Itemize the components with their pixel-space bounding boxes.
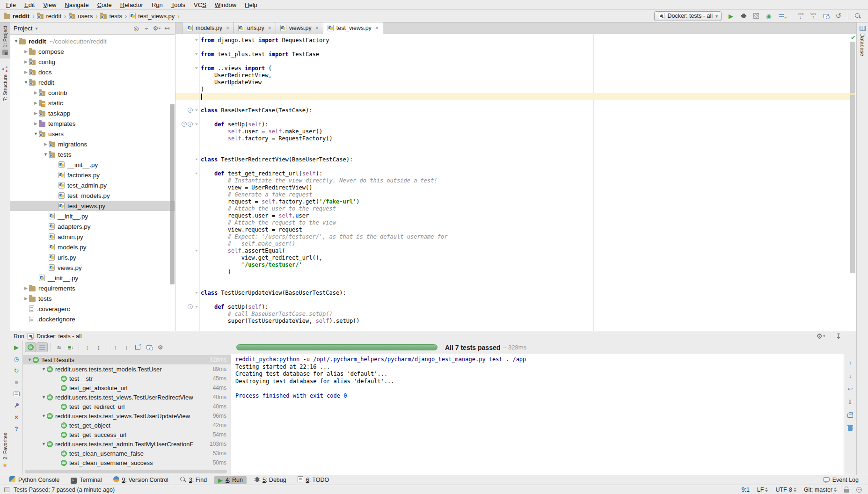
tool-button-database[interactable]: Database (857, 22, 868, 59)
project-tree-item-static[interactable]: ▶static (10, 98, 175, 108)
menu-run[interactable]: Run (147, 1, 167, 9)
fold-marker-icon[interactable] (195, 53, 198, 55)
readonly-lock-icon[interactable] (844, 489, 849, 493)
run-icon[interactable]: ▶ (725, 11, 737, 21)
coverage-icon[interactable] (751, 11, 762, 21)
search-everywhere-icon[interactable] (852, 11, 863, 21)
test-result-test-str[interactable]: oktest__str__45ms (23, 374, 231, 383)
options-gear-icon[interactable]: ⚙ (155, 343, 166, 352)
tree-expander-expanded-icon[interactable]: ▼ (43, 152, 49, 157)
vcs-update-icon[interactable]: VCS↓ (795, 11, 806, 21)
toolwindow-toggle-icon[interactable] (4, 487, 9, 492)
editor-tab-models-py[interactable]: models.py× (182, 22, 234, 34)
project-tree-item-reddit[interactable]: ▼reddit (10, 77, 175, 87)
override-up-icon[interactable]: ↑ (188, 304, 193, 309)
project-tree-item-admin-py[interactable]: admin.py (10, 232, 175, 242)
fold-marker-icon[interactable] (195, 292, 198, 294)
fold-marker-icon[interactable] (195, 67, 198, 69)
tree-expander-collapsed-icon[interactable]: ▶ (23, 286, 29, 291)
tree-expander-collapsed-icon[interactable]: ▶ (33, 121, 39, 126)
toolwindow-button-python-console[interactable]: Python Console (6, 476, 63, 484)
tool-button-project[interactable]: 1: Project (0, 22, 10, 58)
project-tree-item-docs[interactable]: ▶docs (10, 67, 175, 77)
project-tree-item-compose[interactable]: ▶compose (10, 46, 175, 57)
settings-gear-icon[interactable]: ⚙▾ (152, 23, 161, 34)
next-failed-icon[interactable]: ↓ (121, 343, 132, 352)
tool-button-favorites[interactable]: 2: Favorites ★ (0, 429, 10, 472)
project-tree-item-test-models-py[interactable]: test_models.py (10, 190, 175, 201)
breadcrumb-item-reddit[interactable]: reddit (37, 13, 61, 20)
test-result-reddit-users-tests-test-admin-testmyusercreationf[interactable]: ▼okreddit.users.tests.test_admin.TestMyU… (23, 439, 231, 449)
override-down-icon[interactable]: ↓ (188, 122, 193, 127)
toolwindow-button-5-debug[interactable]: 5: Debug (250, 476, 290, 484)
editor-scrollbar-thumb[interactable] (850, 42, 855, 273)
menu-help[interactable]: Help (241, 1, 262, 9)
project-tree-item-models-py[interactable]: models.py (10, 242, 175, 252)
menu-code[interactable]: Code (93, 1, 116, 9)
tree-expander-collapsed-icon[interactable]: ▶ (33, 111, 39, 116)
encoding-widget[interactable]: UTF-8 (775, 487, 796, 493)
test-result-test-clean-username-success[interactable]: oktest_clean_username_success50ms (23, 458, 231, 467)
test-result-test-get-redirect-url[interactable]: oktest_get_redirect_url40ms (23, 402, 231, 411)
project-tree-item-templates[interactable]: ▶templates (10, 118, 175, 129)
override-down-icon[interactable]: ↓ (188, 108, 193, 113)
project-tree-item-coveragerc[interactable]: .coveragerc (10, 304, 175, 314)
project-tree-item-config[interactable]: ▶config (10, 57, 175, 67)
expand-all-icon[interactable]: ↕ (82, 343, 93, 352)
breadcrumb-item-reddit[interactable]: reddit (4, 13, 29, 20)
run-console[interactable]: reddit_pycha:python -u /opt/.pycharm_hel… (231, 354, 844, 475)
project-tree-item-dockerignore[interactable]: .dockerignore (10, 314, 175, 324)
menu-refactor[interactable]: Refactor (116, 1, 147, 9)
project-tree-item-urls-py[interactable]: urls.py (10, 252, 175, 262)
test-result-test-get-absolute-url[interactable]: oktest_get_absolute_url44ms (23, 383, 231, 392)
rerun-icon[interactable]: ▶ (12, 343, 21, 351)
editor-tab-test-views-py[interactable]: test_views.py× (323, 22, 383, 34)
project-tree-item-adapters-py[interactable]: adapters.py (10, 221, 175, 232)
tree-expander-expanded-icon[interactable]: ▼ (23, 80, 29, 85)
fold-marker-icon[interactable] (195, 173, 198, 174)
code-editor[interactable]: ↓↑↓↑ from django.test import RequestFact… (175, 34, 856, 331)
toolwindow-button-terminal[interactable]: Terminal (67, 476, 105, 484)
project-view-select[interactable]: Project ▾ (14, 25, 38, 32)
tree-expander-expanded-icon[interactable]: ▼ (41, 395, 47, 400)
menu-view[interactable]: View (39, 1, 60, 9)
test-result-test-get-success-url[interactable]: oktest_get_success_url54ms (23, 430, 231, 439)
project-tree-item-views-py[interactable]: views.py (10, 262, 175, 273)
scroll-to-end-icon[interactable]: ⇓ (846, 399, 854, 405)
tree-expander-collapsed-icon[interactable]: ▶ (23, 70, 29, 74)
project-tree-item-users[interactable]: ▼users (10, 129, 175, 139)
scroll-down-icon[interactable]: ↓ (846, 372, 854, 379)
fold-marker-icon[interactable] (195, 250, 198, 252)
menu-tools[interactable]: Tools (167, 1, 190, 9)
test-history-icon[interactable] (144, 343, 154, 352)
project-scrollbar[interactable] (170, 104, 175, 284)
test-tree-hscrollbar[interactable] (25, 470, 227, 473)
print-icon[interactable] (846, 412, 854, 418)
tree-expander-expanded-icon[interactable]: ▼ (41, 442, 47, 446)
status-message[interactable]: Tests Passed: 7 passed (a minute ago) (14, 487, 115, 493)
project-tree-item-tests[interactable]: ▼tests (10, 149, 175, 160)
tree-expander-collapsed-icon[interactable]: ▶ (23, 296, 29, 301)
soft-wrap-icon[interactable]: ↩ (846, 385, 854, 392)
tree-expander-collapsed-icon[interactable]: ▶ (23, 49, 29, 54)
tree-expander-collapsed-icon[interactable]: ▶ (33, 90, 39, 95)
project-tree-item-tests[interactable]: ▶tests (10, 293, 175, 304)
tree-expander-expanded-icon[interactable]: ▼ (13, 39, 19, 44)
breadcrumb-item-tests[interactable]: tests (100, 13, 122, 20)
stop-icon[interactable]: ■ (12, 378, 21, 386)
close-tab-icon[interactable]: × (375, 25, 379, 31)
toolwindow-button-4-run[interactable]: ▶4: Run (214, 476, 247, 484)
tree-expander-expanded-icon[interactable]: ▼ (41, 367, 47, 371)
import-results-icon[interactable] (132, 343, 143, 352)
test-result-reddit-users-tests-test-views-testuserredirectview[interactable]: ▼okreddit.users.tests.test_views.TestUse… (23, 392, 231, 402)
hide-panel-icon[interactable]: ↤ (162, 23, 172, 34)
project-tree-item-contrib[interactable]: ▶contrib (10, 87, 175, 98)
close-tab-icon[interactable]: × (315, 25, 319, 31)
sort-duration-icon[interactable]: ↓ (65, 343, 76, 352)
profiler-icon[interactable]: ◉ (763, 11, 774, 21)
breadcrumb-item-users[interactable]: users (69, 13, 93, 20)
project-tree-item-reddit[interactable]: ▼reddit~/cookiecutter/reddit (10, 36, 175, 46)
auto-test-icon[interactable]: ◷ (12, 355, 21, 363)
toolwindow-button-9-version-control[interactable]: 9: Version Control (109, 476, 172, 484)
settings-gear-icon[interactable]: ⚙▾ (815, 331, 826, 341)
